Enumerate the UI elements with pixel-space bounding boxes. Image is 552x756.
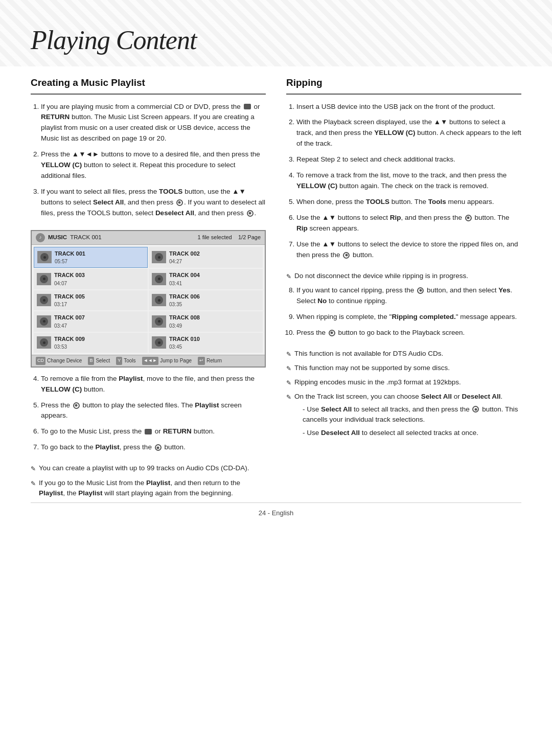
track-info-7: TRACK 007 03:47 bbox=[54, 313, 85, 330]
track-info-3: TRACK 003 04:07 bbox=[54, 271, 85, 287]
cancel-rip-icon bbox=[417, 287, 424, 294]
track-item-3[interactable]: TRACK 003 04:07 bbox=[34, 269, 148, 289]
track-thumb-dot-3 bbox=[43, 278, 45, 280]
left-step-6: To go to the Music List, press the or RE… bbox=[41, 426, 266, 437]
track-item-7[interactable]: TRACK 007 03:47 bbox=[34, 311, 148, 332]
right-note-selectall: ✎ On the Track list screen, you can choo… bbox=[286, 392, 521, 441]
back-playback-icon bbox=[329, 330, 335, 336]
footer-label-jump: Jump to Page bbox=[160, 357, 192, 364]
track-name-3: TRACK 003 bbox=[54, 271, 85, 280]
track-thumb-3 bbox=[37, 273, 51, 285]
music-ui-footer: CD Change Device B Select Y Tools ◄◄► Ju… bbox=[32, 355, 265, 366]
footer-return: ↩ Return bbox=[198, 357, 222, 365]
left-step-5: Press the button to play the selected fi… bbox=[41, 400, 266, 422]
track-thumb-inner-6 bbox=[155, 296, 163, 304]
track-thumb-6 bbox=[152, 294, 166, 306]
right-note-mp3: ✎ Ripping encodes music in the .mp3 form… bbox=[286, 377, 521, 387]
track-thumb-inner-3 bbox=[40, 275, 48, 283]
track-thumb-2 bbox=[152, 251, 166, 263]
music-ui-title: MUSIC TRACK 001 bbox=[48, 233, 102, 242]
footer-label-tools: Tools bbox=[124, 357, 135, 364]
track-thumb-dot-8 bbox=[158, 320, 160, 323]
track-item-10[interactable]: TRACK 010 03:45 bbox=[149, 333, 263, 353]
left-column: Creating a Music Playlist If you are pla… bbox=[31, 76, 266, 502]
footer-key-return: ↩ bbox=[198, 357, 205, 365]
note-icon-r1: ✎ bbox=[286, 272, 291, 281]
note-icon-2: ✎ bbox=[31, 479, 36, 488]
track-thumb-dot-9 bbox=[43, 341, 45, 344]
track-thumb-inner-10 bbox=[155, 338, 163, 347]
music-ui-header-left: ♪ MUSIC TRACK 001 bbox=[36, 233, 102, 242]
sub-item-deselectall: Use Deselect All to deselect all selecte… bbox=[303, 428, 521, 438]
track-thumb-9 bbox=[37, 336, 51, 349]
enter-button-icon bbox=[176, 199, 183, 206]
rip-enter-icon bbox=[465, 215, 472, 221]
enter-button-icon-2 bbox=[247, 210, 254, 217]
track-name-7: TRACK 007 bbox=[54, 313, 85, 322]
right-note-nodisconnect: ✎ Do not disconnect the device while rip… bbox=[286, 271, 521, 285]
right-note-selectall-content: On the Track list screen, you can choose… bbox=[294, 392, 521, 441]
footer-key-jump: ◄◄► bbox=[142, 357, 159, 365]
right-step-4: To remove a track from the list, move to… bbox=[296, 170, 521, 192]
right-note-1-text: Do not disconnect the device while rippi… bbox=[294, 271, 468, 281]
track-item-4[interactable]: TRACK 004 03:41 bbox=[149, 269, 263, 289]
track-name-10: TRACK 010 bbox=[169, 335, 200, 343]
track-time-1: 05:57 bbox=[55, 258, 85, 265]
stop-button-icon bbox=[244, 104, 251, 109]
track-name-5: TRACK 005 bbox=[54, 292, 85, 301]
right-column: Ripping Insert a USB device into the USB… bbox=[286, 76, 521, 502]
track-thumb-dot-7 bbox=[43, 320, 45, 323]
track-thumb-4 bbox=[152, 273, 166, 285]
music-ui-mockup: ♪ MUSIC TRACK 001 1 file selected 1/2 Pa… bbox=[31, 230, 266, 368]
track-time-7: 03:47 bbox=[54, 322, 85, 330]
track-time-8: 03:49 bbox=[169, 322, 200, 330]
enter-button-icon-3 bbox=[155, 444, 162, 451]
track-info-8: TRACK 008 03:49 bbox=[169, 313, 200, 330]
footer-key-b: B bbox=[88, 357, 94, 365]
track-time-3: 04:07 bbox=[54, 280, 85, 287]
track-thumb-inner-5 bbox=[40, 296, 48, 304]
track-thumb-1 bbox=[37, 251, 52, 263]
track-thumb-dot-2 bbox=[158, 256, 160, 259]
track-item-8[interactable]: TRACK 008 03:49 bbox=[149, 311, 263, 332]
track-name-1: TRACK 001 bbox=[55, 249, 85, 258]
left-note-2: ✎ If you go to the Music List from the P… bbox=[31, 478, 266, 499]
footer-cd: CD Change Device bbox=[36, 357, 82, 365]
play-button-icon bbox=[73, 402, 80, 409]
right-step-10: Press the button to go back to the Playb… bbox=[296, 328, 521, 338]
track-info-6: TRACK 006 03:35 bbox=[169, 292, 200, 309]
page-number: 24 - English bbox=[259, 509, 294, 517]
music-ui-header: ♪ MUSIC TRACK 001 1 file selected 1/2 Pa… bbox=[32, 231, 265, 245]
right-notes: ✎ This function is not available for DTS… bbox=[286, 349, 521, 446]
right-note-dts: ✎ This function is not available for DTS… bbox=[286, 349, 521, 359]
track-thumb-inner-1 bbox=[40, 253, 49, 261]
right-note-selectall-text: On the Track list screen, you can choose… bbox=[294, 393, 502, 400]
footer-label-cd: Change Device bbox=[47, 357, 82, 364]
track-item-2[interactable]: TRACK 002 04:27 bbox=[149, 247, 263, 268]
track-thumb-5 bbox=[37, 294, 51, 306]
track-name-4: TRACK 004 bbox=[169, 271, 200, 280]
right-step-7: Use the ▲▼ buttons to select the device … bbox=[296, 239, 521, 261]
left-notes: ✎ You can create a playlist with up to 9… bbox=[31, 463, 266, 502]
track-item-9[interactable]: TRACK 009 03:53 bbox=[34, 333, 148, 353]
footer-label-return: Return bbox=[206, 357, 222, 364]
note-icon-r5: ✎ bbox=[286, 393, 291, 402]
track-item-1[interactable]: TRACK 001 05:57 bbox=[34, 247, 148, 268]
right-step-5: When done, press the TOOLS button. The T… bbox=[296, 197, 521, 208]
left-steps-list-2: To remove a file from the Playlist, move… bbox=[31, 374, 266, 459]
music-icon: ♪ bbox=[36, 233, 45, 242]
track-info-1: TRACK 001 05:57 bbox=[55, 249, 85, 266]
page-title: Playing Content bbox=[31, 20, 521, 60]
right-step-6: Use the ▲▼ buttons to select Rip, and th… bbox=[296, 213, 521, 234]
right-step-2: With the Playback screen displayed, use … bbox=[296, 117, 521, 149]
track-time-4: 03:41 bbox=[169, 280, 200, 287]
track-time-10: 03:45 bbox=[169, 343, 200, 351]
track-name-9: TRACK 009 bbox=[54, 335, 85, 343]
track-item-6[interactable]: TRACK 006 03:35 bbox=[149, 290, 263, 311]
right-steps-list-2: If you want to cancel ripping, press the… bbox=[286, 285, 521, 343]
track-time-2: 04:27 bbox=[169, 258, 200, 265]
track-thumb-dot-6 bbox=[158, 299, 160, 302]
footer-select: B Select bbox=[88, 357, 110, 365]
left-step-3: If you want to select all files, press t… bbox=[41, 187, 266, 219]
track-item-5[interactable]: TRACK 005 03:17 bbox=[34, 290, 148, 311]
